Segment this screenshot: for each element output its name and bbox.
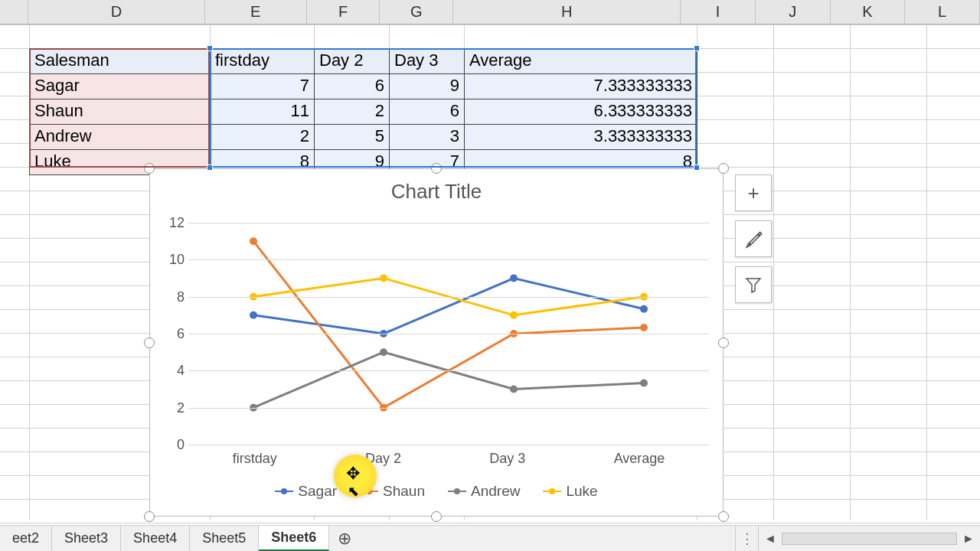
cell-average-header[interactable]: Average (465, 49, 697, 74)
chart-y-tick: 0 (162, 437, 185, 453)
col-head-E[interactable]: E (205, 0, 307, 24)
chart-y-tick: 12 (162, 215, 185, 231)
legend-label: Shaun (383, 483, 425, 500)
chart-data-point[interactable] (640, 379, 648, 386)
chart-data-point[interactable] (380, 275, 387, 282)
cell-salesman-name[interactable]: Andrew (30, 125, 211, 150)
column-header-row: DEFGHIJKL (0, 0, 980, 24)
table-row: Shaun11266.333333333 (30, 99, 697, 125)
chart-data-point[interactable] (640, 305, 648, 313)
chart-data-point[interactable] (510, 275, 518, 282)
chart-data-point[interactable] (640, 324, 648, 331)
scroll-track[interactable] (782, 533, 957, 545)
legend-swatch (448, 491, 466, 492)
selection-handle[interactable] (694, 165, 700, 171)
cell-value[interactable]: 2 (211, 125, 315, 150)
sheet-tab[interactable]: Sheet4 (121, 526, 190, 551)
legend-swatch (275, 491, 293, 492)
chart-y-tick: 2 (162, 399, 185, 416)
col-head-I[interactable]: I (681, 0, 756, 24)
cell-firstday-header[interactable]: firstday (211, 49, 315, 74)
col-head-J[interactable]: J (756, 0, 831, 24)
chart-resize-handle[interactable] (431, 163, 442, 174)
cell-salesman-name[interactable]: Sagar (30, 74, 211, 99)
cell-value[interactable]: 7.333333333 (465, 74, 697, 99)
add-sheet-button[interactable]: ⊕ (329, 526, 360, 551)
cell-value[interactable]: 6 (315, 74, 390, 99)
chart-x-label: Day 2 (365, 451, 401, 467)
chart-series-line[interactable] (253, 352, 644, 408)
cell-value[interactable]: 3 (390, 125, 465, 150)
col-head-H[interactable]: H (453, 0, 681, 24)
chart-styles-button[interactable] (735, 220, 772, 257)
tab-menu-icon[interactable]: ⋮ (735, 526, 758, 551)
chart-resize-handle[interactable] (718, 337, 729, 348)
col-head-F[interactable]: F (307, 0, 381, 24)
chart-data-point[interactable] (510, 311, 518, 319)
selection-handle[interactable] (694, 45, 700, 51)
horizontal-scrollbar[interactable]: ◄► (758, 526, 980, 551)
chart-y-tick: 8 (162, 289, 185, 305)
selection-handle[interactable] (207, 165, 213, 171)
legend-item[interactable]: Luke (543, 483, 597, 500)
chart-x-label: Day 3 (489, 451, 525, 467)
chart-data-point[interactable] (380, 348, 387, 356)
cell-salesman-header[interactable]: Salesman (30, 49, 211, 74)
legend-item[interactable]: Sagar (275, 483, 337, 500)
cell-value[interactable]: 9 (390, 74, 465, 99)
sheet-tab[interactable]: Sheet3 (52, 526, 121, 551)
cell-value[interactable]: 6 (390, 99, 465, 125)
cell-day2-header[interactable]: Day 2 (315, 49, 390, 74)
chart-plot-area[interactable]: 024681012 (188, 223, 709, 445)
col-head-G[interactable]: G (380, 0, 453, 24)
scroll-left-icon[interactable]: ◄ (759, 526, 782, 551)
cell-day3-header[interactable]: Day 3 (390, 49, 465, 74)
cell-value[interactable]: 2 (315, 99, 390, 125)
brush-icon (743, 229, 763, 249)
chart-resize-handle[interactable] (718, 511, 729, 522)
col-head-K[interactable]: K (831, 0, 906, 24)
scroll-right-icon[interactable]: ► (957, 526, 980, 551)
funnel-icon (744, 276, 763, 294)
plus-icon: + (747, 181, 759, 205)
cell-value[interactable]: 5 (315, 125, 390, 150)
cell-salesman-name[interactable]: Shaun (30, 99, 211, 125)
legend-label: Sagar (298, 483, 337, 500)
table-row: Sagar7697.333333333 (30, 74, 697, 99)
cell-value[interactable]: 7 (211, 74, 315, 99)
legend-item[interactable]: Andrew (448, 483, 520, 500)
chart-legend[interactable]: SagarShaunAndrewLuke (150, 483, 723, 500)
cell-value[interactable]: 6.333333333 (465, 99, 697, 125)
legend-label: Luke (566, 483, 597, 500)
chart-y-tick: 6 (162, 326, 185, 342)
chart-data-point[interactable] (250, 311, 257, 319)
chart-resize-handle[interactable] (431, 511, 442, 522)
selection-handle[interactable] (207, 45, 213, 51)
chart-object[interactable]: Chart Title 024681012 firstdayDay 2Day 3… (149, 168, 724, 517)
chart-filter-button[interactable] (735, 266, 772, 303)
chart-resize-handle[interactable] (718, 163, 729, 174)
chart-resize-handle[interactable] (144, 337, 155, 348)
chart-side-buttons: + (735, 174, 772, 303)
table-row: Andrew2533.333333333 (30, 125, 697, 150)
chart-title[interactable]: Chart Title (150, 180, 723, 204)
legend-item[interactable]: Shaun (360, 483, 425, 500)
cell-value[interactable]: 3.333333333 (465, 125, 697, 150)
chart-x-labels: firstdayDay 2Day 3Average (188, 451, 709, 467)
sheet-tab[interactable]: Sheet5 (190, 526, 259, 551)
data-table[interactable]: Salesman firstday Day 2 Day 3 Average Sa… (29, 48, 697, 175)
col-head-gutter (0, 0, 28, 24)
col-head-L[interactable]: L (905, 0, 980, 24)
chart-data-point[interactable] (250, 237, 257, 245)
sheet-tab[interactable]: eet2 (0, 526, 52, 551)
sheet-tab-strip: eet2Sheet3Sheet4Sheet5Sheet6⊕⋮◄► (0, 525, 980, 551)
chart-resize-handle[interactable] (144, 163, 155, 174)
sheet-tab[interactable]: Sheet6 (259, 526, 329, 551)
chart-data-point[interactable] (510, 386, 518, 393)
col-head-D[interactable]: D (28, 0, 205, 24)
chart-x-label: Average (614, 451, 665, 467)
header-row: Salesman firstday Day 2 Day 3 Average (30, 49, 697, 74)
chart-elements-button[interactable]: + (735, 174, 772, 211)
cell-value[interactable]: 11 (211, 99, 315, 125)
chart-resize-handle[interactable] (144, 511, 155, 522)
